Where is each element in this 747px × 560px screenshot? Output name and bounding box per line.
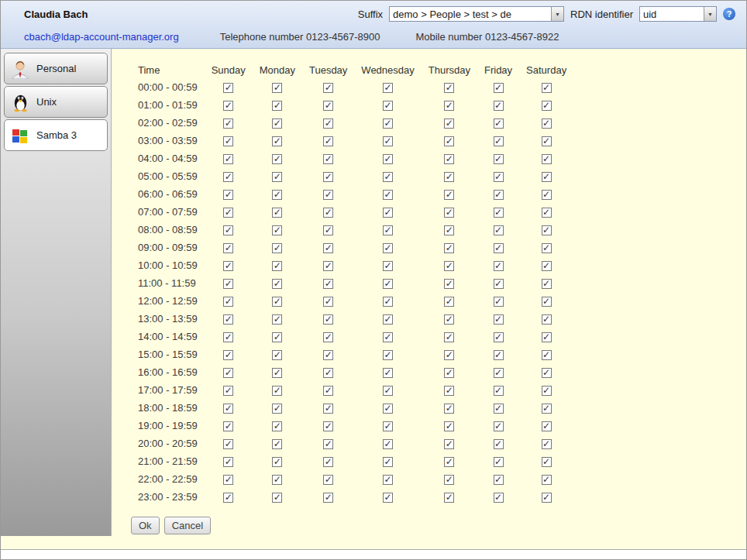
chevron-down-icon[interactable]: ▼ <box>551 7 563 21</box>
hour-checkbox[interactable]: ✓ <box>383 368 393 378</box>
hour-checkbox[interactable]: ✓ <box>223 225 233 235</box>
hour-checkbox[interactable]: ✓ <box>542 297 552 307</box>
hour-checkbox[interactable]: ✓ <box>494 421 504 431</box>
hour-checkbox[interactable]: ✓ <box>272 314 282 325</box>
hour-checkbox[interactable]: ✓ <box>542 83 552 93</box>
hour-checkbox[interactable]: ✓ <box>383 225 393 235</box>
hour-checkbox[interactable]: ✓ <box>542 386 552 396</box>
hour-checkbox[interactable]: ✓ <box>272 332 282 342</box>
hour-checkbox[interactable]: ✓ <box>323 297 333 307</box>
hour-checkbox[interactable]: ✓ <box>494 279 504 289</box>
hour-checkbox[interactable]: ✓ <box>223 404 233 414</box>
hour-checkbox[interactable]: ✓ <box>272 493 282 503</box>
help-icon[interactable]: ? <box>723 8 735 20</box>
hour-checkbox[interactable]: ✓ <box>272 225 282 235</box>
hour-checkbox[interactable]: ✓ <box>272 475 282 485</box>
suffix-select[interactable]: demo > People > test > de ▼ <box>389 6 564 22</box>
tab-unix[interactable]: Unix <box>4 86 108 118</box>
hour-checkbox[interactable]: ✓ <box>223 297 233 307</box>
hour-checkbox[interactable]: ✓ <box>223 190 233 200</box>
hour-checkbox[interactable]: ✓ <box>383 439 393 449</box>
hour-checkbox[interactable]: ✓ <box>223 154 233 164</box>
hour-checkbox[interactable]: ✓ <box>444 350 454 360</box>
hour-checkbox[interactable]: ✓ <box>542 314 552 325</box>
hour-checkbox[interactable]: ✓ <box>542 493 552 503</box>
hour-checkbox[interactable]: ✓ <box>542 332 552 342</box>
hour-checkbox[interactable]: ✓ <box>323 279 333 289</box>
hour-checkbox[interactable]: ✓ <box>444 101 454 111</box>
hour-checkbox[interactable]: ✓ <box>494 172 504 182</box>
hour-checkbox[interactable]: ✓ <box>223 475 233 485</box>
hour-checkbox[interactable]: ✓ <box>223 119 233 129</box>
hour-checkbox[interactable]: ✓ <box>323 154 333 164</box>
hour-checkbox[interactable]: ✓ <box>272 404 282 414</box>
hour-checkbox[interactable]: ✓ <box>494 190 504 200</box>
hour-checkbox[interactable]: ✓ <box>542 457 552 467</box>
hour-checkbox[interactable]: ✓ <box>494 475 504 485</box>
hour-checkbox[interactable]: ✓ <box>494 208 504 218</box>
hour-checkbox[interactable]: ✓ <box>383 493 393 503</box>
hour-checkbox[interactable]: ✓ <box>494 350 504 360</box>
hour-checkbox[interactable]: ✓ <box>223 243 233 253</box>
hour-checkbox[interactable]: ✓ <box>444 208 454 218</box>
hour-checkbox[interactable]: ✓ <box>272 119 282 129</box>
hour-checkbox[interactable]: ✓ <box>542 154 552 164</box>
hour-checkbox[interactable]: ✓ <box>542 225 552 235</box>
hour-checkbox[interactable]: ✓ <box>542 119 552 129</box>
hour-checkbox[interactable]: ✓ <box>542 172 552 182</box>
hour-checkbox[interactable]: ✓ <box>323 314 333 325</box>
hour-checkbox[interactable]: ✓ <box>383 172 393 182</box>
hour-checkbox[interactable]: ✓ <box>383 101 393 111</box>
hour-checkbox[interactable]: ✓ <box>223 279 233 289</box>
hour-checkbox[interactable]: ✓ <box>542 350 552 360</box>
hour-checkbox[interactable]: ✓ <box>272 261 282 271</box>
email-link[interactable]: cbach@ldap-account-manager.org <box>24 31 179 43</box>
hour-checkbox[interactable]: ✓ <box>444 457 454 467</box>
hour-checkbox[interactable]: ✓ <box>223 172 233 182</box>
hour-checkbox[interactable]: ✓ <box>323 136 333 146</box>
hour-checkbox[interactable]: ✓ <box>223 101 233 111</box>
hour-checkbox[interactable]: ✓ <box>323 261 333 271</box>
hour-checkbox[interactable]: ✓ <box>323 225 333 235</box>
hour-checkbox[interactable]: ✓ <box>494 261 504 271</box>
hour-checkbox[interactable]: ✓ <box>383 119 393 129</box>
hour-checkbox[interactable]: ✓ <box>542 475 552 485</box>
hour-checkbox[interactable]: ✓ <box>542 261 552 271</box>
hour-checkbox[interactable]: ✓ <box>272 439 282 449</box>
hour-checkbox[interactable]: ✓ <box>494 457 504 467</box>
hour-checkbox[interactable]: ✓ <box>444 368 454 378</box>
hour-checkbox[interactable]: ✓ <box>542 279 552 289</box>
hour-checkbox[interactable]: ✓ <box>383 314 393 325</box>
hour-checkbox[interactable]: ✓ <box>542 421 552 431</box>
hour-checkbox[interactable]: ✓ <box>542 101 552 111</box>
hour-checkbox[interactable]: ✓ <box>383 332 393 342</box>
tab-samba3[interactable]: Samba 3 <box>4 119 108 151</box>
hour-checkbox[interactable]: ✓ <box>494 314 504 325</box>
cancel-button[interactable]: Cancel <box>164 517 211 534</box>
hour-checkbox[interactable]: ✓ <box>383 297 393 307</box>
hour-checkbox[interactable]: ✓ <box>542 190 552 200</box>
hour-checkbox[interactable]: ✓ <box>494 154 504 164</box>
hour-checkbox[interactable]: ✓ <box>272 350 282 360</box>
hour-checkbox[interactable]: ✓ <box>444 279 454 289</box>
hour-checkbox[interactable]: ✓ <box>444 404 454 414</box>
hour-checkbox[interactable]: ✓ <box>323 475 333 485</box>
hour-checkbox[interactable]: ✓ <box>383 83 393 93</box>
hour-checkbox[interactable]: ✓ <box>323 101 333 111</box>
hour-checkbox[interactable]: ✓ <box>272 457 282 467</box>
hour-checkbox[interactable]: ✓ <box>323 404 333 414</box>
hour-checkbox[interactable]: ✓ <box>542 136 552 146</box>
ok-button[interactable]: Ok <box>131 517 160 534</box>
hour-checkbox[interactable]: ✓ <box>444 261 454 271</box>
hour-checkbox[interactable]: ✓ <box>323 439 333 449</box>
tab-personal[interactable]: Personal <box>4 53 108 84</box>
hour-checkbox[interactable]: ✓ <box>494 404 504 414</box>
hour-checkbox[interactable]: ✓ <box>223 368 233 378</box>
hour-checkbox[interactable]: ✓ <box>272 208 282 218</box>
hour-checkbox[interactable]: ✓ <box>444 243 454 253</box>
hour-checkbox[interactable]: ✓ <box>272 136 282 146</box>
hour-checkbox[interactable]: ✓ <box>444 154 454 164</box>
hour-checkbox[interactable]: ✓ <box>323 190 333 200</box>
hour-checkbox[interactable]: ✓ <box>444 136 454 146</box>
hour-checkbox[interactable]: ✓ <box>383 475 393 485</box>
